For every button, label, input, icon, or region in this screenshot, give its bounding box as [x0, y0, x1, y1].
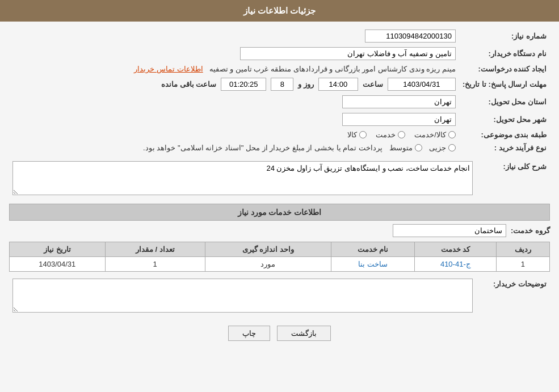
creator-value: مینم ریزه وندی کارشناس امور بازرگانی و ق… — [9, 62, 459, 75]
buyer-org-label: نام دستگاه خریدار: — [459, 45, 550, 62]
category-option3-text: کالا/خدمت — [414, 130, 446, 139]
creator-label: ایجاد کننده درخواست: — [459, 62, 550, 75]
city-value — [9, 111, 459, 128]
back-button[interactable]: بازگشت — [277, 326, 331, 341]
buyer-org-value — [9, 45, 459, 62]
category-option1-label[interactable]: کالا — [347, 130, 367, 139]
buttons-row: بازگشت چاپ — [9, 326, 550, 341]
city-row: شهر محل تحویل: — [9, 111, 550, 128]
deadline-time-label: ساعت — [363, 80, 383, 88]
col-count-header: تعداد / مقدار — [105, 242, 205, 257]
col-name-header: نام خدمت — [331, 242, 415, 257]
order-number-row: شماره نیاز: — [9, 27, 550, 45]
creator-link[interactable]: اطلاعات تماس خریدار — [134, 65, 203, 73]
deadline-remain-input[interactable] — [221, 78, 266, 91]
description-textarea[interactable]: انجام خدمات ساخت، نصب و ایستگاه‌های تزری… — [12, 161, 473, 195]
group-service-row: گروه خدمت: — [9, 224, 550, 237]
category-row: طبقه بندی موضوعی: کالا/خدمت خدمت — [9, 128, 550, 141]
province-value — [9, 93, 459, 111]
info-table: شماره نیاز: نام دستگاه خریدار: ایجاد کنن… — [9, 27, 550, 154]
process-option1-text: جزیی — [429, 144, 446, 152]
description-table: شرح کلی نیاز: انجام خدمات ساخت، نصب و ای… — [9, 159, 550, 199]
description-row: شرح کلی نیاز: انجام خدمات ساخت، نصب و ای… — [9, 159, 550, 199]
process-option2-label[interactable]: متوسط — [389, 144, 422, 152]
buyer-org-input[interactable] — [240, 47, 456, 60]
buyer-org-row: نام دستگاه خریدار: — [9, 45, 550, 62]
order-number-input[interactable] — [365, 29, 456, 43]
process-radio-2[interactable] — [415, 144, 422, 151]
description-value-cell: انجام خدمات ساخت، نصب و ایستگاه‌های تزری… — [9, 159, 476, 199]
process-value: جزیی متوسط پرداخت تمام یا بخشی از مبلغ خ… — [9, 141, 459, 154]
table-cell-date: 1403/04/31 — [10, 257, 106, 272]
print-button[interactable]: چاپ — [228, 326, 270, 341]
table-row: 1ج-41-410ساخت بنامورد11403/04/31 — [10, 257, 550, 272]
col-unit-header: واحد اندازه گیری — [205, 242, 331, 257]
buyer-notes-label: توضیحات خریدار: — [476, 276, 550, 317]
services-table: ردیف کد خدمت نام خدمت واحد اندازه گیری ت… — [9, 242, 550, 272]
category-option2-label[interactable]: خدمت — [376, 130, 405, 139]
deadline-remain-label: ساعت باقی مانده — [161, 80, 216, 88]
col-date-header: تاریخ نیاز — [10, 242, 106, 257]
province-label: استان محل تحویل: — [459, 93, 550, 111]
deadline-fields: ساعت روز و ساعت باقی مانده — [12, 78, 456, 91]
table-cell-name[interactable]: ساخت بنا — [331, 257, 415, 272]
city-input[interactable] — [342, 113, 456, 126]
category-option2-text: خدمت — [376, 130, 396, 139]
order-number-value — [64, 27, 459, 45]
main-content: شماره نیاز: نام دستگاه خریدار: ایجاد کنن… — [0, 22, 559, 352]
services-section-header: اطلاعات خدمات مورد نیاز — [9, 204, 550, 221]
col-row-header: ردیف — [496, 242, 549, 257]
category-value: کالا/خدمت خدمت کالا — [9, 128, 459, 141]
process-option1-label[interactable]: جزیی — [429, 144, 456, 152]
category-radio-2[interactable] — [398, 131, 405, 138]
city-label: شهر محل تحویل: — [459, 111, 550, 128]
process-row-inner: جزیی متوسط پرداخت تمام یا بخشی از مبلغ خ… — [12, 144, 456, 152]
buyer-notes-textarea[interactable] — [12, 279, 473, 313]
process-row-outer: نوع فرآیند خرید : جزیی متوسط پرداخت تمام… — [9, 141, 550, 154]
buyer-notes-value-cell — [9, 276, 476, 317]
province-row: استان محل تحویل: — [9, 93, 550, 111]
col-code-header: کد خدمت — [415, 242, 496, 257]
page-title: جزئیات اطلاعات نیاز — [0, 0, 559, 22]
process-text: پرداخت تمام یا بخشی از مبلغ خریدار از مح… — [12, 144, 383, 152]
deadline-day-label: روز و — [298, 80, 314, 88]
table-cell-code[interactable]: ج-41-410 — [415, 257, 496, 272]
category-radio-3[interactable] — [448, 131, 456, 138]
process-option2-text: متوسط — [389, 144, 413, 152]
deadline-time-input[interactable] — [318, 78, 358, 91]
deadline-label: مهلت ارسال پاسخ: تا تاریخ: — [459, 75, 550, 93]
buyer-notes-table: توضیحات خریدار: — [9, 276, 550, 317]
deadline-day-input[interactable] — [271, 78, 293, 91]
creator-row: ایجاد کننده درخواست: مینم ریزه وندی کارش… — [9, 62, 550, 75]
order-number-label: شماره نیاز: — [459, 27, 550, 45]
table-cell-unit: مورد — [205, 257, 331, 272]
services-table-header: ردیف کد خدمت نام خدمت واحد اندازه گیری ت… — [10, 242, 550, 257]
creator-text: مینم ریزه وندی کارشناس امور بازرگانی و ق… — [209, 65, 456, 73]
category-option3-label[interactable]: کالا/خدمت — [414, 130, 456, 139]
group-service-label: گروه خدمت: — [511, 226, 550, 235]
table-cell-count: 1 — [105, 257, 205, 272]
process-radio-1[interactable] — [448, 144, 456, 151]
group-service-input[interactable] — [393, 224, 506, 237]
page-wrapper: جزئیات اطلاعات نیاز شماره نیاز: نام دستگ… — [0, 0, 559, 392]
deadline-date-input[interactable] — [388, 78, 456, 91]
buyer-notes-row: توضیحات خریدار: — [9, 276, 550, 317]
category-label: طبقه بندی موضوعی: — [459, 128, 550, 141]
process-label: نوع فرآیند خرید : — [459, 141, 550, 154]
table-cell-row: 1 — [496, 257, 549, 272]
province-input[interactable] — [342, 95, 456, 108]
deadline-row-outer: مهلت ارسال پاسخ: تا تاریخ: ساعت روز و سا… — [9, 75, 550, 93]
description-label: شرح کلی نیاز: — [476, 159, 550, 199]
category-option1-text: کالا — [347, 130, 357, 139]
category-radio-group: کالا/خدمت خدمت کالا — [12, 130, 456, 139]
deadline-value: ساعت روز و ساعت باقی مانده — [9, 75, 459, 93]
category-radio-1[interactable] — [359, 131, 367, 138]
